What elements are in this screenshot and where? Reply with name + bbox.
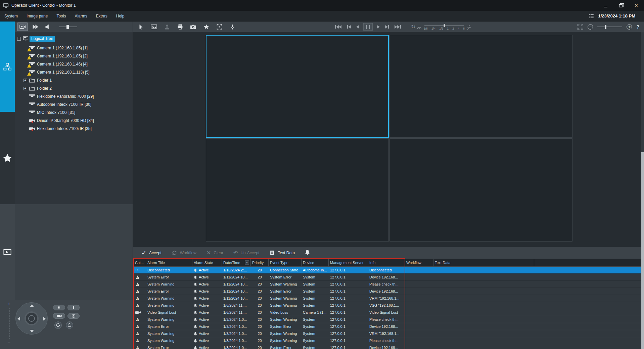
event-list-icon[interactable] [588,13,595,19]
ptz-right-arrow-icon[interactable] [43,317,46,321]
vertical-scrollbar[interactable] [641,32,644,349]
close-button[interactable]: ✕ [629,0,644,11]
column-header[interactable]: Alarm State [192,259,222,266]
alarm-row[interactable]: System Warning Active 1/3/2024 1:0... 20… [134,316,644,323]
alarm-row[interactable]: System Error Active 1/3/2024 1:0... 20 S… [134,323,644,330]
jump-to-start-button[interactable] [334,23,342,31]
volume-slider-thumb[interactable] [66,25,69,29]
ptz-iris-close-button[interactable] [67,313,80,319]
alarm-row[interactable]: Disconnected Active 1/18/2024 2:... 20 C… [134,267,644,274]
tree-item[interactable]: + Folder 1 [15,76,133,84]
previous-frame-button[interactable] [346,23,352,31]
restore-button[interactable] [613,0,629,11]
ptz-zoom-in-button[interactable]: + [7,301,10,307]
column-filter-icon[interactable]: ▼ [245,260,249,265]
alarm-row[interactable]: System Error Active 1/11/2024 10... 20 S… [134,274,644,281]
play-button[interactable] [376,23,381,31]
help-button[interactable]: ? [636,24,639,30]
add-favorite-button[interactable] [202,23,211,31]
ptz-preposition-button-2[interactable] [66,321,73,329]
ptz-preposition-button-1[interactable] [54,321,62,329]
tree-item[interactable]: Camera 1 (192.168.1.113) [5] [15,68,133,76]
tree-item[interactable]: MIC Inteox 7100i [31] [15,108,133,117]
tree-item[interactable]: Camera 1 (192.168.1.85) [1] [15,44,133,52]
more-panes-button[interactable]: + [627,24,632,30]
tree-item[interactable]: Camera 1 (192.168.1.46) [4] [15,60,133,68]
accept-alarm-button[interactable]: ✓ Accept [141,250,162,256]
alarm-row[interactable]: System Warning Active 1/11/2024 10... 20… [134,281,644,288]
tree-item[interactable]: Autodome Inteox 7100i IR [30] [15,100,133,108]
alarm-row[interactable]: System Error Active 1/11/2024 10... 20 S… [134,288,644,295]
ptz-iris-open-button[interactable] [53,313,65,319]
alarm-row[interactable]: System Warning Active 1/6/2024 11:... 20… [134,302,644,309]
tree-item[interactable]: Flexidome Panoramic 7000 [29] [15,92,133,100]
ptz-zoom-out-button[interactable]: − [7,340,10,345]
snapshot-button[interactable] [189,23,197,31]
show-image-button[interactable] [149,23,158,31]
alarm-row[interactable]: System Warning Active 1/11/2024 10... 20… [134,295,644,302]
column-header[interactable]: Text Data [433,259,534,266]
folder-expander[interactable]: + [24,79,27,82]
maximize-pane-icon[interactable] [577,24,583,30]
pane-layout-slider[interactable] [597,27,622,27]
image-pane-2[interactable] [389,35,572,138]
menu-alarms[interactable]: Alarms [70,11,91,21]
column-header[interactable]: Management Server [329,259,368,266]
sidebar-logical-tree-tab[interactable] [0,21,15,112]
vertical-scrollbar-thumb[interactable] [641,152,644,349]
operator-button[interactable] [163,23,171,31]
text-data-button[interactable]: Text Data [269,250,295,255]
ptz-focus-far-button[interactable] [67,305,80,310]
next-frame-button[interactable] [384,23,390,31]
show-camera-view-button[interactable] [17,23,28,31]
alarm-row[interactable]: System Warning Active 1/3/2024 1:0... 20… [134,330,644,337]
loop-playback-button[interactable]: ↻ [406,24,415,30]
fewer-panes-button[interactable]: − [588,24,593,30]
microphone-button[interactable] [228,23,237,31]
column-header[interactable]: Event Type [269,259,302,266]
column-header[interactable]: Alarm Title [146,259,192,266]
speed-slider-thumb[interactable] [444,24,445,27]
image-pane-3[interactable] [206,138,389,242]
ptz-joystick[interactable] [15,302,48,335]
jump-to-end-button[interactable] [394,23,402,31]
image-pane-4[interactable] [389,138,572,242]
column-header[interactable]: Priority [251,259,269,266]
tree-item[interactable]: + Folder 2 [15,84,133,92]
audio-button[interactable] [43,23,53,31]
pane-layout-slider-thumb[interactable] [605,25,606,29]
menu-help[interactable]: Help [112,11,129,21]
menu-extras[interactable]: Extras [92,11,112,21]
unaccept-alarm-button[interactable]: ↶ Un-Accept [233,250,259,256]
column-header[interactable]: Date/Time ▼ [222,259,251,266]
alarm-row[interactable]: System Warning Active 1/3/2024 1:0... 20… [134,337,644,344]
clear-alarm-button[interactable]: ✕ Clear [206,250,223,256]
column-header[interactable]: Cat... [134,259,146,266]
column-header[interactable]: Workflow [405,259,433,266]
ptz-focus-near-button[interactable] [53,305,65,310]
image-in-image-button[interactable] [215,23,224,31]
alarm-audio-button[interactable] [305,250,310,256]
select-pane-button[interactable] [136,23,145,31]
minimize-button[interactable] [598,0,613,11]
menu-tools[interactable]: Tools [52,11,70,21]
alarm-row[interactable]: System Error Active 1/3/2024 1:0... 20 S… [134,344,644,349]
sidebar-image-panes-tab[interactable] [0,204,15,300]
instant-playback-button[interactable] [30,23,40,31]
menu-image-pane[interactable]: Image pane [22,11,52,21]
speed-slider[interactable]: 1/8 1/4 1/2 1 2 4 8 [424,23,465,31]
ptz-joystick-center[interactable] [25,311,39,325]
workflow-button[interactable]: Workflow [172,250,196,255]
alarm-row[interactable]: Video Signal Lost Active 1/6/2024 11:...… [134,309,644,316]
pause-button[interactable] [363,23,373,31]
root-collapse-expander[interactable]: - [17,37,21,41]
play-backward-button[interactable] [355,23,360,31]
volume-slider[interactable] [59,27,77,27]
print-button[interactable] [176,23,184,31]
ptz-down-arrow-icon[interactable] [30,330,34,333]
tree-item[interactable]: Flexidome Inteox 7100i IR [35] [15,125,133,133]
image-pane-1-selected[interactable] [206,35,389,138]
menu-system[interactable]: System [0,11,22,21]
sidebar-favorites-tab[interactable] [0,112,15,204]
column-header[interactable]: Device [302,259,329,266]
